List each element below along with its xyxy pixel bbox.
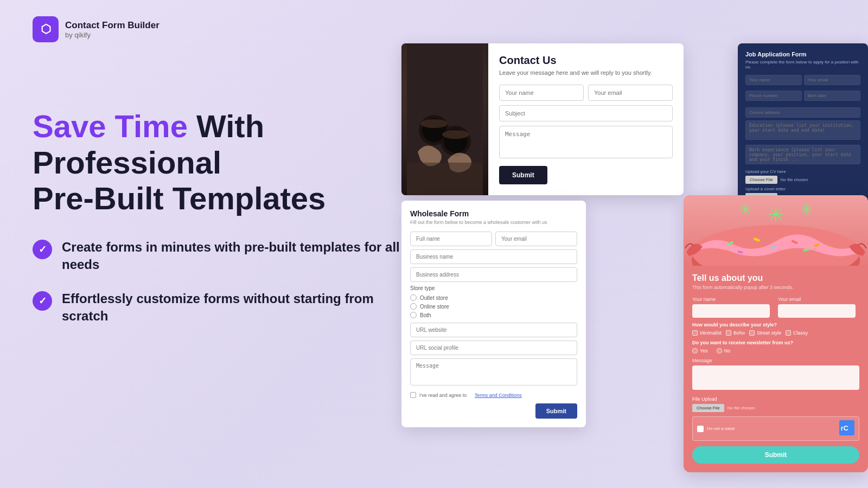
contact-form-title: Contact Us [499,54,673,67]
feature-item-2: Effortlessly customize forms without sta… [33,290,401,325]
tellus-submit-button[interactable]: Submit [692,446,859,464]
radio-dot-both [410,312,417,318]
job-phone-dob-row [745,91,860,104]
job-cv-file-btn[interactable]: Choose File [745,176,777,184]
job-cover-label: Upload a cover letter [745,187,860,191]
headline-highlight: Save Time [33,108,188,144]
svg-text:rC: rC [841,425,848,432]
tellus-style-label: How would you describe your style? [692,322,859,328]
job-work-textarea[interactable] [745,145,860,164]
logo-box: ⬡ [33,16,59,42]
contact-form-body: Contact Us Leave your message here and w… [488,43,684,195]
style-classy-checkbox [786,330,791,336]
tellus-form-title: Tell us about you [692,273,859,283]
contact-message-textarea[interactable] [499,126,673,158]
job-cv-btn-row: Choose File No file chosen [745,176,860,184]
job-email-input[interactable] [804,75,860,85]
wholesale-terms-link[interactable]: Terms and Conditions [475,393,522,398]
check-icon-2 [33,291,52,311]
style-classy[interactable]: Classy [786,330,808,336]
radio-dot-outlet [410,294,417,301]
wholesale-social-input[interactable] [410,341,577,355]
tellus-style-checkboxes: Minimalist Boho Street style Classy [692,330,859,336]
job-name-input[interactable] [745,75,802,85]
radio-online[interactable]: Online store [410,303,577,310]
tellus-captcha-checkbox[interactable] [697,426,704,432]
job-cv-label: Upload your CV here [745,169,860,174]
newsletter-yes[interactable]: Yes [692,348,708,354]
style-boho-label: Boho [733,330,745,336]
job-dob-input[interactable] [804,91,860,101]
contact-name-input[interactable] [499,85,584,101]
coffee-decoration [401,43,488,195]
headline: Save Time With Professional Pre-Built Te… [33,108,401,217]
tellus-decoration: ✳ ✳ ✳ [684,195,868,266]
tellus-no-file: No file chosen [727,406,755,410]
tellus-captcha-box: I'm not a robot rC [692,416,859,441]
contact-form-subtitle: Leave your message here and we will repl… [499,69,673,77]
style-classy-label: Classy [793,330,808,336]
wholesale-address-input[interactable] [410,267,577,282]
wholesale-url-input[interactable] [410,323,577,337]
contact-image [401,43,488,195]
check-icon-1 [33,240,52,259]
job-cv-no-file: No file chosen [781,177,808,182]
contact-form-card: Contact Us Leave your message here and w… [401,43,684,195]
contact-email-input[interactable] [588,85,673,101]
tellus-message-label: Message [692,358,859,363]
tellus-email-input[interactable] [778,304,856,318]
tellus-name-input[interactable] [692,304,770,318]
svg-point-5 [420,119,448,128]
contact-subject-input[interactable] [499,105,673,121]
feature-item-1: Create forms in minutes with pre-built t… [33,239,401,274]
tellus-file-label: File Upload [692,396,859,402]
wholesale-form-subtitle: Fill out the form below to become a whol… [410,220,577,225]
feature-text-1: Create forms in minutes with pre-built t… [62,239,401,274]
wholesale-business-input[interactable] [410,249,577,264]
tellus-file-row: Choose File No file chosen [692,404,859,412]
job-education-textarea[interactable] [745,120,860,140]
brand-name: Contact Form Builder [65,20,159,31]
contact-name-email-row [499,85,673,101]
newsletter-no[interactable]: No [717,348,731,354]
wholesale-fullname-input[interactable] [410,232,492,246]
radio-outlet[interactable]: Outlet store [410,294,577,301]
coffee-illustration [407,43,483,195]
tellus-captcha-logo: rC [839,420,854,437]
feature-text-2: Effortlessly customize forms without sta… [62,290,401,325]
style-street[interactable]: Street style [749,330,781,336]
tellus-file-btn[interactable]: Choose File [692,404,724,412]
header: ⬡ Contact Form Builder by qikify [33,16,159,42]
style-boho-checkbox [726,330,731,336]
style-boho[interactable]: Boho [726,330,745,336]
wholesale-message-textarea[interactable] [410,358,577,386]
store-type-label: Store type [410,285,577,291]
contact-submit-button[interactable]: Submit [499,166,547,184]
svg-point-6 [442,130,469,139]
tellus-newsletter-label: Do you want to receive newsletter from u… [692,340,859,345]
style-street-label: Street style [757,330,781,336]
job-form-title: Job Application Form [745,51,860,57]
wholesale-form-card: Wholesale Form Fill out the form below t… [401,201,586,427]
radio-online-label: Online store [420,304,449,310]
radio-both[interactable]: Both [410,312,577,318]
tellus-form-card: ✳ ✳ ✳ [684,195,868,472]
wholesale-terms-checkbox[interactable] [410,392,416,398]
brand-sub: by qikify [65,31,159,39]
wholesale-terms-label: I've read and agree to [419,393,467,398]
job-name-email-row [745,75,860,88]
forms-area: Contact Us Leave your message here and w… [391,33,868,488]
job-phone-input[interactable] [745,91,802,101]
style-minimalist-checkbox [692,330,698,336]
wholesale-email-input[interactable] [495,232,577,246]
wholesale-submit-button[interactable]: Submit [535,403,577,419]
tellus-message-textarea[interactable] [692,365,859,390]
svg-rect-7 [407,163,483,195]
store-type-radio-group: Outlet store Online store Both [410,294,577,318]
radio-both-label: Both [420,312,431,318]
wholesale-terms-row: I've read and agree to Terms and Conditi… [410,392,577,398]
newsletter-yes-radio [692,348,698,354]
style-minimalist[interactable]: Minimalist [692,330,722,336]
job-address-input[interactable] [745,107,860,118]
brand-text: Contact Form Builder by qikify [65,20,159,39]
